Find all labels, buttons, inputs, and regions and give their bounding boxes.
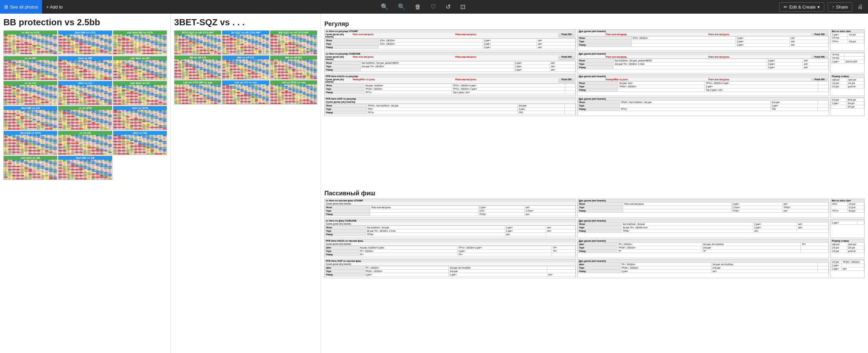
fpfr-t1-1: TP+, OESDn+ <box>358 250 457 253</box>
sqz-label-5: BB vs oR CO <box>222 56 269 59</box>
table-row: Терн 2nd pair TK+, OESDn+ 2 pair+ set+ <box>325 65 576 68</box>
matrix-label-3bet-bb-btn: 3bet BB vs BTN <box>4 131 57 135</box>
matrix-label-cc-co: cc vs CO <box>4 81 57 85</box>
fpoopd-r1-2: 2 pair+ <box>449 273 547 277</box>
oop-f2: 2nd pair <box>517 104 564 108</box>
pfr-oop-table: Флоп TPGK+, Nut GutShot+, 3rd pair 2nd p… <box>325 104 576 114</box>
fish2-t1: Терн <box>325 229 366 233</box>
table-row: Терн TPGK+, OESDn+ 2nd pair <box>325 270 576 273</box>
fpoopd-f1-3 <box>547 266 575 270</box>
table-row: Ривер 2 pair+ 2 pair+ set+ <box>325 273 576 277</box>
right-title-regular: Регуляр <box>324 20 865 28</box>
wet-boards-label-2: Дро доски (wet boards) <box>578 52 829 55</box>
oop-r3 <box>565 111 576 114</box>
fish2-f1-d1: Nut GutShot+, 3rd pair <box>366 226 505 229</box>
turn-dry-d1: GTo+, OESDn+ <box>378 42 482 46</box>
river-dry-d3: set+ <box>537 46 576 49</box>
flop-dry-d1: GTo+, OESDn+ <box>378 39 482 42</box>
rotate-icon[interactable]: ↺ <box>444 2 452 12</box>
fs2-3v: set+ <box>841 267 864 271</box>
sqz-3b-utg-mp: 3b SQZ vs oR UTG-MP <box>222 30 269 55</box>
matrix-label-3bet-sb: 3bet vs SB <box>113 131 167 135</box>
flop-dry-d3: set+ <box>537 39 576 42</box>
fish-cc-utg-label: сс Hero vs пассив фиш UTG/MP <box>325 199 576 202</box>
range-viz-4 <box>4 60 57 80</box>
pfr-wet-table: Флоп 3rd pair, Gut+ TPTx+, OESDn+2 pair+… <box>578 81 829 92</box>
wet-header-empty <box>578 33 606 36</box>
sz2-1: 2/3 pot <box>831 98 846 102</box>
range-viz-7 <box>4 85 57 105</box>
pfr-t-d3 <box>565 87 576 91</box>
fish-co-dry: Флоп Nut GutShot+, 3rd pair 2 pair+ set+… <box>325 226 576 236</box>
edit-icon: ✏ <box>784 4 787 10</box>
matrix-call-4bet-co: call 4bet vs CO <box>113 81 167 105</box>
sqz-label-2: 3b SQZ vs oR UTG-MP <box>222 31 269 34</box>
fbm-3v: 3/4 pot <box>847 209 864 213</box>
sqz-range-5 <box>222 59 269 79</box>
edit-create-button[interactable]: ✏ Edit & Create ▾ <box>779 2 824 12</box>
sqz-bb-btn: BB vs oR BU <box>270 55 317 80</box>
fish-pfr-oop-dry: аНет TP+, OESDn+ 3rd pair, An+GutShot Те… <box>325 266 576 277</box>
matrix-label-3bet-bb-utg: 3bet BB vs UTG <box>58 31 112 34</box>
print-button[interactable]: 🖨 <box>856 2 865 12</box>
table-row: Терн GTo+ 2 Over+ <box>325 209 576 213</box>
cc-co-wet-table: Флоп Nut GutShot+, 3rd pair, pocket+BDFE… <box>578 59 829 69</box>
sz1-c2: 1bet pot <box>847 78 864 82</box>
r2d2: 2 pair+ <box>514 65 550 68</box>
pfr-dry-c2: Роял или мес/роль <box>456 78 558 83</box>
wet-h2-empty <box>578 56 606 58</box>
dry-label-2: Сухие доски (dry boards) <box>325 56 353 60</box>
fs1-2: 2/3 pot <box>831 246 847 250</box>
dry-boards-header: Сухие доски (dry boards) Роял или мес/ро… <box>325 33 576 39</box>
fpoopd-r1: Ривер <box>325 273 364 277</box>
fpoopd-t1-3 <box>547 270 575 273</box>
oop-t2: 2 pair+ <box>517 108 564 111</box>
zoom-in-icon[interactable]: 🔍 <box>379 2 390 12</box>
fs2-2: 2 pair+ <box>831 264 842 267</box>
fw2-t1-1: 3d pair TK+, OESDn+2n+ <box>621 226 753 229</box>
add-to-button[interactable]: + Add to <box>42 0 67 14</box>
zoom-out-icon[interactable]: 🔍 <box>396 2 407 12</box>
fpoopw-r1-1: 2 pair+ <box>620 270 711 273</box>
pfr-t-d1: TPGK+, OESDn+ <box>364 87 452 91</box>
fs1-3v: push AI <box>847 250 864 253</box>
tw1: 2nd pair TK+, OESDn+ 2 Over <box>614 62 767 66</box>
pfr-wf2: TPTx+, OESDn+2 pair+ <box>705 82 818 85</box>
pfr-r-d2: Top 2 pairs / set+ <box>452 91 565 94</box>
table-row: Флоп Nut GutShot+, 3rd pair, pocket+BDFD… <box>325 61 576 65</box>
fw2-t1-3: set+ <box>797 226 829 229</box>
delete-icon[interactable]: 🗑 <box>414 2 422 12</box>
table-row: 2/3 pot TPGK+, OESDn+ <box>831 260 864 264</box>
matrix-label-call-4bet: call 4bet BB vs UTG <box>113 31 167 34</box>
table-row: sqft pot 1bet pot <box>831 78 864 82</box>
tw3: set+ <box>803 62 829 66</box>
fbm2-2v <box>857 221 864 225</box>
wet-header-2: Роял или мес/роль Роял или мес/роль Flus… <box>578 55 829 59</box>
pfr-f-d1: 3rd pair, GutShot+ <box>364 84 452 87</box>
fish-f1-d1: Роял или мес/роль <box>370 206 478 209</box>
fpoopd-f1-1: TP+, OESDn+ <box>364 266 449 270</box>
range-viz-12 <box>113 110 167 130</box>
sqz-call-co: call on CO vs sqz <box>222 80 269 104</box>
flop-wet-d2: 2 pair+ <box>736 37 789 40</box>
fish-size-table-2: 2/3 pot TPGK+, OESDn+ 2 pair+ 2 pair+ se… <box>831 260 864 271</box>
table-row: TP+FD <box>831 57 864 60</box>
range-viz-8 <box>58 85 112 105</box>
river-dry-d2: 2 pair+ <box>482 46 536 49</box>
flush-6: Flush 5/N <box>811 78 828 81</box>
sqz-bb-co: BB vs oR CO <box>222 55 269 80</box>
see-all-photos-button[interactable]: ⊞ See all photos <box>0 0 42 14</box>
table-row: 2/3 pot push AI <box>831 85 864 88</box>
bet-miss-r2v <box>848 37 864 40</box>
share-button[interactable]: ↑ Share <box>828 2 852 12</box>
crop-icon[interactable]: ⊡ <box>459 2 467 12</box>
sqz-label-8: call on CO vs sqz <box>222 81 269 84</box>
favorite-icon[interactable]: ♡ <box>429 2 437 12</box>
oopw-flop: Флоп <box>578 101 620 104</box>
table-row: аНет 3rd pair, GutShot+2 pairs TPTx+, OE… <box>325 246 576 250</box>
pfr-wt1: TPGK+, OESDn+ <box>618 85 705 88</box>
fs1-1: sqft pot <box>831 243 847 246</box>
fish-wet-1: Дро доски (wet boards) <box>578 199 829 202</box>
table-row: аНет TP+, OESDn+ 3rd pair, An+GutShot TP… <box>578 243 829 246</box>
oopw-turn: Терн <box>578 104 620 108</box>
